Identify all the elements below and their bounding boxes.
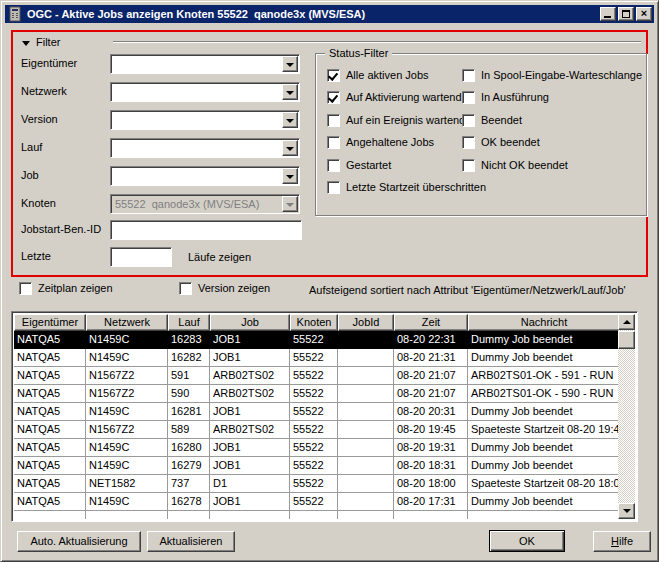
letzte-input[interactable] — [110, 247, 172, 267]
dropdown-arrow-button[interactable] — [282, 140, 298, 156]
table-cell: JOB1 — [210, 457, 290, 475]
close-button[interactable]: × — [636, 7, 652, 21]
table-cell: 08-20 22:31 — [394, 331, 468, 349]
dropdown-arrow-button[interactable] — [282, 168, 298, 184]
table-row[interactable]: NATQA5N1459C16280JOB15552208-20 19:31Dum… — [14, 439, 620, 457]
table-cell: Dummy Job beendet — [468, 331, 620, 349]
table-cell: NATQA5 — [14, 403, 86, 421]
column-header-netzwerk[interactable]: Netzwerk — [86, 314, 168, 331]
table-cell: ARB02TS02 — [210, 367, 290, 385]
table-cell: 08-20 19:31 — [394, 439, 468, 457]
column-header-lauf[interactable]: Lauf — [168, 314, 210, 331]
table-cell: 55522 — [290, 475, 338, 493]
refresh-button[interactable]: Aktualisieren — [147, 531, 235, 552]
ok-beendet-checkbox[interactable] — [462, 136, 475, 149]
table-cell — [468, 511, 620, 519]
title-bar: OGC - Aktive Jobs anzeigen Knoten 55522 … — [5, 5, 654, 23]
table-cell — [338, 421, 394, 439]
column-header-nachricht[interactable]: Nachricht — [468, 314, 620, 331]
vertical-scrollbar[interactable] — [618, 314, 635, 519]
dropdown-arrow-button[interactable] — [282, 56, 298, 72]
table-cell: N1567Z2 — [86, 367, 168, 385]
table-cell: 16280 — [168, 439, 210, 457]
version-zeigen-checkbox[interactable] — [179, 282, 192, 295]
chevron-down-icon — [286, 203, 294, 207]
table-row[interactable]: NATQA5N1567Z2590ARB02TS025552208-20 21:0… — [14, 385, 620, 403]
netzwerk-combobox[interactable] — [110, 82, 300, 102]
column-header-jobid[interactable]: JobId — [338, 314, 394, 331]
table-row[interactable]: NATQA5N1567Z2589ARB02TS025552208-20 19:4… — [14, 421, 620, 439]
table-cell: 16281 — [168, 403, 210, 421]
filter-label-letzte: Letzte — [21, 250, 51, 262]
table-row[interactable]: NATQA5NET1582737D15552208-20 18:00Spaete… — [14, 475, 620, 493]
table-cell: 591 — [168, 367, 210, 385]
version-combobox[interactable] — [110, 110, 300, 130]
table-cell: JOB1 — [210, 403, 290, 421]
table-row[interactable]: NATQA5N1459C16283JOB15552208-20 22:31Dum… — [14, 331, 620, 349]
beendet-checkbox[interactable] — [462, 114, 475, 127]
table-cell: 55522 — [290, 385, 338, 403]
table-cell: 55522 — [290, 457, 338, 475]
letzte-startzeit-ueberschritten-checkbox[interactable] — [327, 181, 340, 194]
auto-refresh-button[interactable]: Auto. Aktualisierung — [17, 531, 141, 552]
minimize-button[interactable] — [600, 7, 616, 21]
table-row[interactable]: NATQA5N1459C16278JOB15552208-20 17:31Dum… — [14, 493, 620, 511]
jobstart-ben-id-input[interactable] — [110, 220, 302, 240]
angehaltene-jobs-checkbox[interactable] — [327, 136, 340, 149]
auf-aktivierung-wartend-checkbox[interactable] — [327, 91, 340, 104]
table-row[interactable]: NATQA5N1459C16279JOB15552208-20 18:31Dum… — [14, 457, 620, 475]
table-cell — [338, 493, 394, 511]
table-cell — [338, 511, 394, 519]
filter-collapse-icon[interactable] — [22, 41, 30, 46]
table-cell: 08-20 21:07 — [394, 385, 468, 403]
table-cell: NATQA5 — [14, 385, 86, 403]
table-cell — [338, 403, 394, 421]
column-header-job[interactable]: Job — [210, 314, 290, 331]
ok-button[interactable]: OK — [489, 530, 565, 552]
table-row[interactable]: NATQA5N1567Z2591ARB02TS025552208-20 21:0… — [14, 367, 620, 385]
table-cell: Dummy Job beendet — [468, 349, 620, 367]
scroll-up-button[interactable] — [618, 314, 635, 330]
table-cell: 16283 — [168, 331, 210, 349]
close-icon: × — [641, 7, 647, 19]
table-cell: 08-20 18:00 — [394, 475, 468, 493]
table-cell: N1459C — [86, 403, 168, 421]
table-row[interactable] — [14, 511, 620, 519]
dropdown-arrow-button — [282, 196, 298, 212]
table-row[interactable]: NATQA5N1459C16282JOB15552208-20 21:31Dum… — [14, 349, 620, 367]
table-cell: N1567Z2 — [86, 385, 168, 403]
table-cell: ARB02TS01-OK - 590 - RUN — [468, 385, 620, 403]
gestartet-checkbox[interactable] — [327, 159, 340, 172]
table-row[interactable]: NATQA5N1459C16281JOB15552208-20 20:31Dum… — [14, 403, 620, 421]
table-cell: 55522 — [290, 421, 338, 439]
in-ausfuehrung-checkbox[interactable] — [462, 91, 475, 104]
zeitplan-zeigen-label: Zeitplan zeigen — [38, 282, 113, 294]
nicht-ok-beendet-checkbox[interactable] — [462, 159, 475, 172]
letzte-suffix-label: Läufe zeigen — [188, 251, 251, 263]
table-cell: 55522 — [290, 367, 338, 385]
knoten-combobox: 55522 qanode3x (MVS/ESA) — [110, 194, 300, 214]
dropdown-arrow-button[interactable] — [282, 112, 298, 128]
lauf-combobox[interactable] — [110, 138, 300, 158]
eigentuemer-combobox[interactable] — [110, 54, 300, 74]
scrollbar-thumb[interactable] — [618, 331, 635, 349]
table-cell: N1459C — [86, 349, 168, 367]
table-cell: 16278 — [168, 493, 210, 511]
alle-aktiven-jobs-checkbox[interactable] — [327, 69, 340, 82]
table-cell: 590 — [168, 385, 210, 403]
table-cell — [338, 349, 394, 367]
scroll-up-icon — [623, 320, 631, 324]
column-header-zeit[interactable]: Zeit — [394, 314, 468, 331]
zeitplan-zeigen-checkbox[interactable] — [19, 282, 32, 295]
auf-ein-ereignis-wartend-checkbox[interactable] — [327, 114, 340, 127]
column-header-knoten[interactable]: Knoten — [290, 314, 338, 331]
help-button[interactable]: Hilfe — [593, 531, 651, 552]
table-cell: N1459C — [86, 331, 168, 349]
job-combobox[interactable] — [110, 166, 300, 186]
dropdown-arrow-button[interactable] — [282, 84, 298, 100]
maximize-button[interactable] — [618, 7, 634, 21]
table-cell: NATQA5 — [14, 439, 86, 457]
scroll-down-button[interactable] — [618, 503, 635, 519]
column-header-eigentmer[interactable]: Eigentümer — [14, 314, 86, 331]
in-spool-eingabe-warteschlange-checkbox[interactable] — [462, 69, 475, 82]
